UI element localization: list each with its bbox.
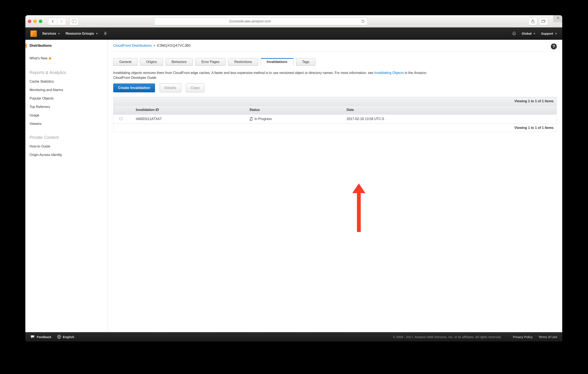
pin-icon[interactable]	[104, 32, 107, 35]
tab-label: Origins	[146, 60, 157, 64]
tab-label: Invalidations	[267, 60, 287, 64]
tab-restrictions[interactable]: Restrictions	[228, 58, 258, 66]
address-bar[interactable]: console.aws.amazon.com	[154, 18, 368, 25]
sidebar-item-usage[interactable]: Usage	[30, 112, 102, 119]
header-status[interactable]: Status	[246, 106, 344, 114]
sidebar-item-label: Usage	[30, 113, 39, 117]
chevron-down-icon: ▼	[555, 32, 557, 35]
privacy-policy-link[interactable]: Privacy Policy	[513, 335, 533, 339]
sidebar-item-label: Viewers	[30, 122, 42, 126]
close-window-button[interactable]	[28, 20, 31, 23]
tab-invalidations[interactable]: Invalidations	[261, 58, 294, 66]
tab-label: Restrictions	[234, 60, 252, 64]
sidebar-section-reports: Reports & Analytics	[30, 70, 102, 75]
chevron-down-icon: ▼	[533, 32, 536, 35]
help-icon[interactable]: ?	[551, 43, 557, 49]
main-panel: ? CloudFront Distributions > E3MQXGQ47VC…	[108, 40, 562, 332]
table-row[interactable]: IA60DS11ATXA7 In Progress 2017-02-18 13:…	[113, 115, 556, 124]
row-date: 2017-02-18 13:58 UTC-5	[344, 115, 533, 123]
back-button[interactable]	[48, 18, 57, 25]
console-body: Distributions What's New ✱ Reports & Ana…	[25, 40, 562, 332]
sidebar-section-private: Private Content	[30, 135, 102, 140]
minimize-window-button[interactable]	[33, 20, 37, 23]
address-bar-url: console.aws.amazon.com	[232, 20, 271, 23]
breadcrumb-root-link[interactable]: CloudFront Distributions	[113, 43, 152, 48]
tab-label: Error Pages	[201, 60, 220, 64]
globe-icon	[57, 335, 61, 339]
region-label: Global	[522, 32, 532, 35]
sidebar-item-cache-statistics[interactable]: Cache Statistics	[30, 78, 102, 85]
tab-label: Tags	[302, 60, 309, 64]
sidebar-item-origin-access-identity[interactable]: Origin Access Identity	[30, 151, 102, 159]
tab-label: Behaviors	[172, 60, 187, 64]
row-checkbox[interactable]	[120, 117, 122, 120]
lock-icon	[229, 20, 232, 23]
region-menu[interactable]: Global ▼	[522, 32, 536, 35]
button-label: Details	[165, 86, 176, 90]
svg-rect-0	[72, 20, 76, 23]
tab-description: Invalidating objects removes them from C…	[113, 70, 443, 80]
table-summary-bottom: Viewing 1 to 1 of 1 Items	[113, 124, 556, 132]
tab-label: General	[119, 60, 131, 64]
share-button[interactable]	[528, 18, 537, 25]
tab-tags[interactable]: Tags	[296, 58, 315, 66]
reload-icon[interactable]	[361, 20, 365, 23]
sidebar-item-popular-objects[interactable]: Popular Objects	[30, 95, 102, 102]
button-label: Create Invalidation	[118, 86, 150, 90]
breadcrumb: CloudFront Distributions > E3MQXGQ47VCJB…	[113, 43, 557, 52]
sidebar-item-label: Popular Objects	[30, 96, 54, 100]
tab-behaviors[interactable]: Behaviors	[166, 58, 193, 66]
zoom-window-button[interactable]	[39, 20, 42, 23]
support-menu[interactable]: Support ▼	[541, 32, 557, 35]
sidebar-item-label: Top Referrers	[30, 105, 50, 109]
row-status: In Progress	[246, 115, 344, 123]
terms-of-use-link[interactable]: Terms of Use	[539, 335, 557, 339]
chevron-down-icon: ▼	[96, 32, 98, 35]
action-buttons: Create Invalidation Details Copy	[113, 84, 557, 92]
sidebar-item-whats-new[interactable]: What's New ✱	[30, 54, 102, 63]
footer-copyright: © 2008 - 2017, Amazon Web Services, Inc.…	[393, 335, 501, 339]
sidebar-item-monitoring-alarms[interactable]: Monitoring and Alarms	[30, 86, 102, 94]
tab-general[interactable]: General	[113, 58, 137, 66]
sidebar-toggle-button[interactable]	[70, 18, 79, 25]
sidebar-item-top-referrers[interactable]: Top Referrers	[30, 103, 102, 110]
header-date[interactable]: Date	[344, 106, 533, 114]
services-menu[interactable]: Services ▼	[42, 32, 60, 35]
notifications-icon[interactable]	[512, 32, 516, 36]
row-status-text: In Progress	[254, 117, 272, 121]
aws-logo-icon[interactable]	[31, 31, 37, 37]
feedback-link[interactable]: Feedback	[37, 335, 51, 339]
svg-rect-5	[542, 21, 545, 23]
feedback-icon	[31, 335, 35, 339]
sidebar-item-viewers[interactable]: Viewers	[30, 120, 102, 128]
tab-origins[interactable]: Origins	[140, 58, 163, 66]
description-text: .	[156, 76, 157, 79]
tabs-button[interactable]	[539, 18, 548, 25]
sidebar-item-distributions[interactable]: Distributions	[26, 43, 102, 48]
details-button[interactable]: Details	[160, 84, 181, 92]
sidebar-item-how-to-guide[interactable]: How-to Guide	[30, 143, 102, 150]
resource-groups-menu[interactable]: Resource Groups ▼	[66, 32, 98, 35]
tab-bar: General Origins Behaviors Error Pages Re…	[113, 58, 557, 66]
svg-rect-2	[230, 21, 232, 23]
breadcrumb-current: E3MQXGQ47VCJB0	[157, 43, 190, 48]
header-invalidation-id[interactable]: Invalidation ID	[128, 106, 246, 114]
chevron-down-icon: ▼	[58, 32, 60, 35]
tab-error-pages[interactable]: Error Pages	[195, 58, 226, 66]
services-menu-label: Services	[42, 32, 56, 35]
invalidations-table: Viewing 1 to 1 of 1 Items Invalidation I…	[113, 97, 557, 132]
copy-button[interactable]: Copy	[186, 84, 205, 92]
invalidating-objects-link[interactable]: Invalidating Objects	[374, 71, 404, 75]
create-invalidation-button[interactable]: Create Invalidation	[113, 84, 155, 92]
resource-groups-label: Resource Groups	[66, 32, 94, 35]
language-selector[interactable]: English	[63, 335, 74, 339]
description-text: Invalidating objects removes them from C…	[113, 71, 374, 75]
sidebar-item-label: Cache Statistics	[30, 80, 54, 83]
row-checkbox-cell	[113, 115, 128, 123]
in-progress-icon	[249, 117, 253, 121]
description-text: in the	[404, 71, 414, 75]
new-tab-button[interactable]	[553, 15, 562, 22]
safari-toolbar: console.aws.amazon.com	[25, 15, 562, 27]
forward-button[interactable]	[57, 18, 66, 25]
aws-top-nav: Services ▼ Resource Groups ▼ Global ▼ S	[25, 27, 562, 40]
